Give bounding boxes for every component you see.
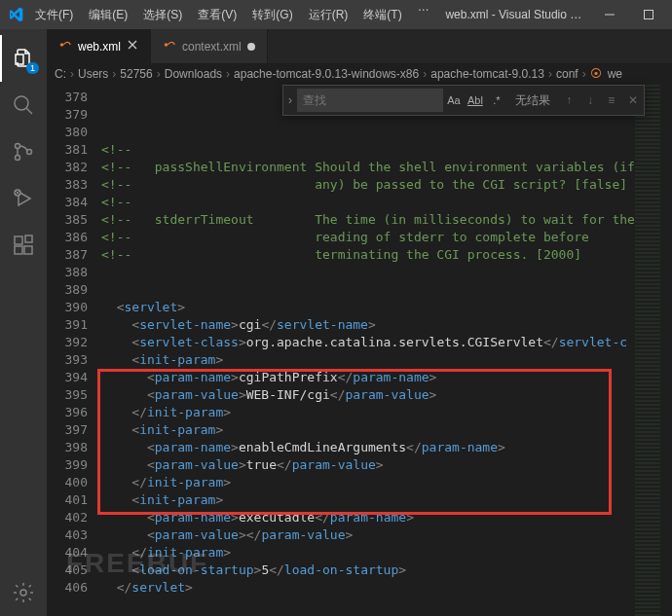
close-icon[interactable]: ✕ [622, 90, 644, 111]
xml-file-icon [163, 38, 176, 54]
breadcrumbs[interactable]: C:› Users› 52756› Downloads› apache-tomc… [47, 63, 672, 85]
explorer-icon[interactable]: 1 [0, 35, 47, 82]
svg-rect-12 [25, 236, 32, 242]
source-control-icon[interactable] [0, 128, 47, 175]
search-icon[interactable] [0, 82, 47, 128]
menu-file[interactable]: 文件(F) [27, 0, 81, 29]
crumb[interactable]: Downloads [165, 67, 222, 81]
crumb[interactable]: apache-tomcat-9.0.13 [430, 67, 544, 81]
xml-file-icon: ⦿ [590, 67, 602, 81]
svg-rect-1 [645, 11, 653, 19]
editor-area: web.xml context.xml C:› Users› 52756› Do… [47, 29, 672, 616]
svg-point-13 [20, 590, 26, 596]
menu-bar: 文件(F) 编辑(E) 选择(S) 查看(V) 转到(G) 运行(R) 终端(T… [27, 0, 437, 29]
tab-label: context.xml [182, 40, 242, 54]
activity-bar: 1 [0, 29, 47, 616]
maximize-button[interactable] [629, 0, 668, 29]
svg-point-4 [16, 144, 20, 149]
chevron-right-icon: › [548, 67, 552, 81]
svg-line-3 [26, 108, 32, 114]
minimize-button[interactable] [590, 0, 629, 29]
menu-view[interactable]: 查看(V) [190, 0, 244, 29]
svg-point-15 [165, 43, 168, 47]
crumb[interactable]: we [608, 67, 622, 81]
settings-gear-icon[interactable] [0, 569, 47, 616]
watermark-text: FREEBUF [66, 548, 208, 579]
find-input[interactable] [297, 89, 443, 112]
debug-icon[interactable] [0, 175, 47, 222]
crumb[interactable]: Users [78, 67, 108, 81]
chevron-right-icon[interactable]: › [283, 86, 297, 115]
crumb[interactable]: C: [55, 67, 66, 81]
find-result-text: 无结果 [507, 92, 558, 109]
titlebar: 文件(F) 编辑(E) 选择(S) 查看(V) 转到(G) 运行(R) 终端(T… [0, 0, 672, 29]
match-case-icon[interactable]: Aa [444, 91, 464, 110]
svg-rect-9 [15, 236, 22, 244]
crumb[interactable]: 52756 [120, 67, 152, 81]
chevron-right-icon: › [70, 67, 74, 81]
svg-rect-11 [24, 246, 32, 254]
find-next-icon[interactable]: ↓ [579, 90, 601, 111]
menu-run[interactable]: 运行(R) [301, 0, 356, 29]
editor-tabs: web.xml context.xml [47, 29, 672, 63]
menu-edit[interactable]: 编辑(E) [81, 0, 135, 29]
code-editor[interactable]: 3783793803813823833843853863873883893903… [47, 85, 672, 616]
menu-selection[interactable]: 选择(S) [135, 0, 190, 29]
crumb[interactable]: apache-tomcat-9.0.13-windows-x86 [234, 67, 419, 81]
regex-icon[interactable]: .* [487, 91, 506, 110]
find-prev-icon[interactable]: ↑ [558, 90, 579, 111]
svg-point-5 [16, 156, 20, 161]
find-widget: › Aa Abl .* 无结果 ↑ ↓ ≡ ✕ [282, 85, 645, 116]
tab-label: web.xml [78, 40, 121, 54]
tab-web-xml[interactable]: web.xml [47, 29, 151, 63]
window-title: web.xml - Visual Studio … [437, 8, 590, 21]
minimap[interactable] [635, 85, 660, 616]
dirty-indicator-icon [247, 43, 255, 51]
xml-file-icon [58, 38, 72, 54]
chevron-right-icon: › [226, 67, 230, 81]
explorer-badge: 1 [26, 62, 39, 74]
menu-go[interactable]: 转到(G) [244, 0, 300, 29]
extensions-icon[interactable] [0, 222, 47, 269]
menu-overflow[interactable]: … [410, 0, 437, 29]
svg-point-14 [60, 43, 64, 47]
code-content[interactable]: <!--<!-- passShellEnvironment Should the… [101, 85, 635, 616]
chevron-right-icon: › [582, 67, 586, 81]
close-icon[interactable] [127, 39, 138, 54]
menu-terminal[interactable]: 终端(T) [355, 0, 409, 29]
vscode-logo-icon [4, 7, 27, 22]
tab-context-xml[interactable]: context.xml [151, 29, 268, 63]
whole-word-icon[interactable]: Abl [466, 91, 485, 110]
vertical-scrollbar[interactable] [660, 85, 672, 616]
crumb[interactable]: conf [556, 67, 579, 81]
find-selection-icon[interactable]: ≡ [601, 90, 622, 111]
svg-rect-10 [15, 246, 22, 254]
chevron-right-icon: › [112, 67, 116, 81]
svg-point-2 [15, 96, 28, 110]
chevron-right-icon: › [157, 67, 161, 81]
line-number-gutter: 3783793803813823833843853863873883893903… [47, 85, 101, 616]
chevron-right-icon: › [423, 67, 427, 81]
